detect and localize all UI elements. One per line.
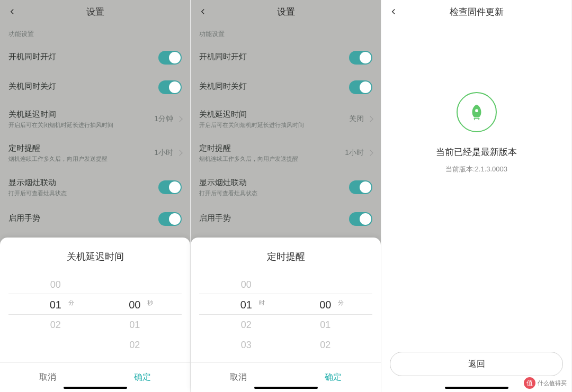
row-shutdown-delay[interactable]: 关机延迟时间 开启后可在关闭烟机时延长进行抽风时间 关闭 [191, 102, 381, 136]
picker-col-hour[interactable]: 00 01 02 03 时 [207, 272, 286, 356]
row-title: 关机延迟时间 [199, 110, 349, 120]
picker-item: 00 [241, 275, 252, 295]
picker-item-selected: 01 [240, 295, 252, 315]
row-title: 定时提醒 [199, 143, 345, 153]
screen-shutdown-delay: 设置 功能设置 开机同时开灯 关机同时关灯 关机延迟时间 开启后可在关闭烟机时延… [0, 0, 191, 392]
row-title: 显示烟灶联动 [199, 178, 349, 188]
row-timer-reminder[interactable]: 定时提醒 烟机连续工作多久后，向用户发送提醒 1小时 [191, 136, 381, 170]
picker-unit: 时 [259, 299, 265, 307]
toggle-switch[interactable] [349, 51, 372, 65]
picker-col-second[interactable]: 00 01 02 秒 [95, 272, 175, 356]
firmware-version: 当前版本:2.1.3.0003 [445, 165, 507, 174]
page-title: 设置 [86, 6, 104, 18]
back-icon[interactable] [198, 6, 209, 17]
chevron-right-icon [367, 150, 373, 156]
toggle-switch[interactable] [349, 212, 372, 226]
row-title: 关机同时关灯 [8, 81, 158, 92]
picker-item: 02 [129, 335, 140, 355]
screen-timer-reminder: 设置 功能设置 开机同时开灯 关机同时关灯 关机延迟时间 开启后可在关闭烟机时延… [191, 0, 381, 392]
picker-item-selected: 00 [129, 295, 140, 315]
row-timer-reminder[interactable]: 定时提醒 烟机连续工作多久后，向用户发送提醒 1小时 [0, 136, 190, 170]
picker-col-minute[interactable]: 00 01 02 分 [286, 272, 365, 356]
picker-col-minute[interactable]: 00 01 02 分 [16, 272, 95, 356]
row-subtitle: 烟机连续工作多久后，向用户发送提醒 [8, 155, 154, 162]
toggle-switch[interactable] [158, 212, 182, 226]
toggle-switch[interactable] [158, 51, 182, 65]
watermark-icon: 值 [524, 377, 535, 389]
picker-item: 01 [129, 315, 140, 335]
picker-item: 00 [50, 275, 61, 295]
row-subtitle: 烟机连续工作多久后，向用户发送提醒 [199, 155, 345, 162]
row-value: 1分钟 [154, 114, 173, 124]
header: 设置 [0, 0, 190, 23]
row-light-on-boot[interactable]: 开机同时开灯 [0, 43, 190, 72]
picker-item: 01 [320, 315, 330, 335]
rocket-icon [457, 92, 497, 132]
page-title: 检查固件更新 [450, 6, 504, 18]
picker-wrap[interactable]: 00 01 02 03 时 00 01 02 分 [191, 272, 381, 362]
watermark-text: 什么值得买 [538, 380, 567, 386]
row-subtitle: 开启后可在关闭烟机时延长进行抽风时间 [8, 121, 154, 129]
header: 检查固件更新 [381, 0, 571, 23]
row-title: 启用手势 [199, 213, 349, 223]
toggle-switch[interactable] [349, 180, 372, 194]
firmware-message: 当前已经是最新版本 [436, 146, 517, 158]
picker-item: 02 [241, 315, 252, 335]
sheet-title: 关机延迟时间 [0, 238, 190, 272]
row-title: 显示烟灶联动 [8, 178, 158, 188]
row-title: 关机延迟时间 [8, 110, 154, 120]
picker-unit: 秒 [147, 299, 153, 307]
picker-item-selected: 00 [319, 295, 331, 315]
section-label: 功能设置 [0, 23, 190, 43]
row-title: 开机同时开灯 [8, 52, 158, 62]
home-indicator [254, 387, 318, 389]
row-light-on-boot[interactable]: 开机同时开灯 [191, 43, 381, 72]
back-icon[interactable] [389, 6, 399, 17]
screen-firmware-update: 检查固件更新 当前已经是最新版本 当前版本:2.1.3.0003 返回 [381, 0, 572, 392]
row-value: 1小时 [345, 148, 364, 158]
watermark: 值 什么值得买 [524, 377, 567, 389]
row-value: 关闭 [349, 114, 364, 124]
back-button[interactable]: 返回 [390, 352, 563, 376]
toggle-switch[interactable] [158, 80, 182, 94]
row-subtitle: 打开后可查看灶具状态 [199, 189, 349, 197]
firmware-content: 当前已经是最新版本 当前版本:2.1.3.0003 [381, 23, 571, 174]
row-show-stove-link[interactable]: 显示烟灶联动 打开后可查看灶具状态 [0, 170, 190, 204]
picker-item-selected: 01 [50, 295, 61, 315]
row-light-off-shutdown[interactable]: 关机同时关灯 [0, 72, 190, 102]
row-shutdown-delay[interactable]: 关机延迟时间 开启后可在关闭烟机时延长进行抽风时间 1分钟 [0, 102, 190, 136]
toggle-switch[interactable] [349, 80, 372, 94]
row-subtitle: 打开后可查看灶具状态 [8, 189, 158, 197]
row-enable-gesture[interactable]: 启用手势 [191, 204, 381, 234]
picker-sheet: 关机延迟时间 00 01 02 分 00 01 02 秒 取消 确定 [0, 238, 190, 392]
row-title: 定时提醒 [8, 143, 154, 153]
chevron-right-icon [176, 150, 182, 156]
home-indicator [64, 387, 127, 389]
section-label: 功能设置 [191, 23, 381, 43]
row-title: 关机同时关灯 [199, 81, 349, 92]
row-show-stove-link[interactable]: 显示烟灶联动 打开后可查看灶具状态 [191, 170, 381, 204]
sheet-title: 定时提醒 [191, 238, 381, 272]
row-light-off-shutdown[interactable]: 关机同时关灯 [191, 72, 381, 102]
picker-wrap[interactable]: 00 01 02 分 00 01 02 秒 [0, 272, 190, 362]
picker-unit: 分 [338, 299, 344, 307]
row-title: 开机同时开灯 [199, 52, 349, 62]
page-title: 设置 [277, 6, 295, 18]
row-subtitle: 开启后可在关闭烟机时延长进行抽风时间 [199, 121, 349, 129]
header: 设置 [191, 0, 381, 23]
picker-unit: 分 [68, 299, 74, 307]
picker-item: 03 [241, 335, 252, 355]
home-indicator [445, 387, 508, 389]
row-value: 1小时 [154, 148, 173, 158]
picker-sheet: 定时提醒 00 01 02 03 时 00 01 02 分 取消 确定 [191, 238, 381, 392]
back-icon[interactable] [7, 6, 18, 17]
picker-item: 02 [50, 315, 61, 335]
toggle-switch[interactable] [158, 180, 182, 194]
chevron-right-icon [176, 116, 182, 122]
chevron-right-icon [367, 116, 373, 122]
picker-item: 02 [320, 335, 330, 355]
row-enable-gesture[interactable]: 启用手势 [0, 204, 190, 234]
row-title: 启用手势 [8, 213, 158, 223]
